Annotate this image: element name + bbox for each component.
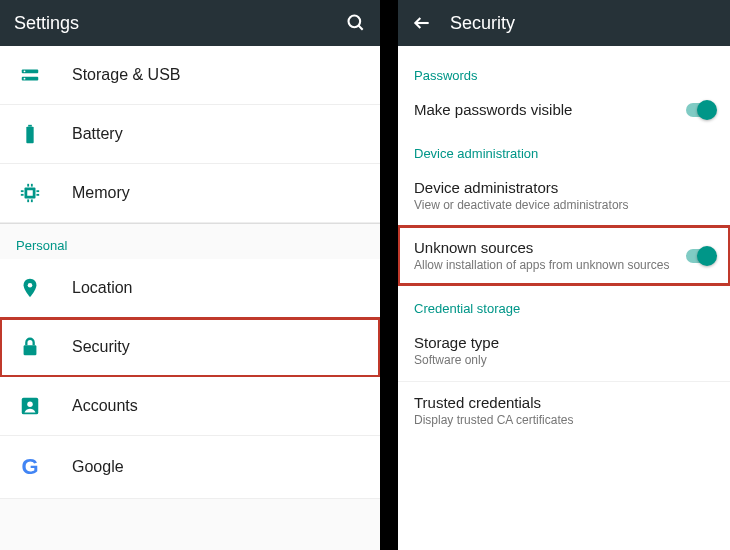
svg-rect-13 (36, 194, 39, 196)
list-item-battery[interactable]: Battery (0, 105, 380, 164)
svg-point-5 (24, 78, 26, 80)
list-item-label: Memory (72, 184, 130, 202)
list-item-security[interactable]: Security (0, 318, 380, 377)
svg-rect-19 (24, 345, 37, 355)
list-item-memory[interactable]: Memory (0, 164, 380, 223)
entry-trusted-credentials[interactable]: Trusted credentials Display trusted CA c… (398, 381, 730, 441)
list-item-storage[interactable]: Storage & USB (0, 46, 380, 105)
svg-rect-17 (31, 199, 33, 202)
security-title: Security (450, 13, 716, 34)
section-header-passwords: Passwords (398, 52, 730, 89)
entry-secondary: Display trusted CA certificates (414, 413, 714, 429)
svg-rect-12 (36, 190, 39, 192)
google-icon: G (16, 454, 44, 480)
entry-device-admins[interactable]: Device administrators View or deactivate… (398, 167, 730, 226)
entry-secondary: Allow installation of apps from unknown … (414, 258, 678, 274)
entry-primary: Make passwords visible (414, 101, 678, 118)
security-list[interactable]: Passwords Make passwords visible Device … (398, 46, 730, 550)
svg-rect-10 (21, 190, 24, 192)
location-icon (16, 277, 44, 299)
entry-secondary: Software only (414, 353, 714, 369)
svg-point-18 (28, 283, 33, 288)
svg-point-4 (24, 70, 26, 72)
list-item-accounts[interactable]: Accounts (0, 377, 380, 436)
entry-unknown-sources[interactable]: Unknown sources Allow installation of ap… (398, 226, 730, 286)
entry-primary: Device administrators (414, 179, 714, 196)
back-icon[interactable] (412, 13, 432, 33)
svg-rect-15 (31, 184, 33, 187)
list-item-location[interactable]: Location (0, 259, 380, 318)
settings-title: Settings (14, 13, 328, 34)
svg-rect-14 (27, 184, 29, 187)
search-icon[interactable] (346, 13, 366, 33)
entry-primary: Trusted credentials (414, 394, 714, 411)
svg-line-1 (359, 26, 363, 30)
security-panel: Security Passwords Make passwords visibl… (398, 0, 730, 550)
storage-icon (16, 64, 44, 86)
toggle-switch[interactable] (686, 249, 714, 263)
entry-primary: Unknown sources (414, 239, 678, 256)
entry-passwords-visible[interactable]: Make passwords visible (398, 89, 730, 130)
toggle-switch[interactable] (686, 103, 714, 117)
list-item-label: Battery (72, 125, 123, 143)
account-icon (16, 395, 44, 417)
entry-storage-type[interactable]: Storage type Software only (398, 322, 730, 381)
section-header-personal: Personal (0, 224, 380, 259)
svg-rect-7 (28, 125, 32, 127)
settings-appbar: Settings (0, 0, 380, 46)
list-item-label: Location (72, 279, 133, 297)
section-header-credential-storage: Credential storage (398, 285, 730, 322)
battery-icon (16, 123, 44, 145)
svg-point-0 (349, 16, 361, 28)
svg-rect-11 (21, 194, 24, 196)
entry-primary: Storage type (414, 334, 714, 351)
list-item-label: Google (72, 458, 124, 476)
security-appbar: Security (398, 0, 730, 46)
settings-panel: Settings Storage & USB Battery Memory Pe… (0, 0, 380, 550)
list-item-label: Storage & USB (72, 66, 181, 84)
settings-list[interactable]: Storage & USB Battery Memory Personal Lo… (0, 46, 380, 550)
svg-rect-9 (27, 190, 33, 196)
section-header-device-admin: Device administration (398, 130, 730, 167)
list-item-google[interactable]: G Google (0, 436, 380, 499)
list-item-label: Accounts (72, 397, 138, 415)
entry-secondary: View or deactivate device administrators (414, 198, 714, 214)
svg-rect-6 (26, 127, 33, 144)
svg-rect-16 (27, 199, 29, 202)
panel-divider (380, 0, 398, 550)
svg-point-21 (27, 401, 33, 407)
memory-icon (16, 182, 44, 204)
list-item-label: Security (72, 338, 130, 356)
lock-icon (16, 336, 44, 358)
